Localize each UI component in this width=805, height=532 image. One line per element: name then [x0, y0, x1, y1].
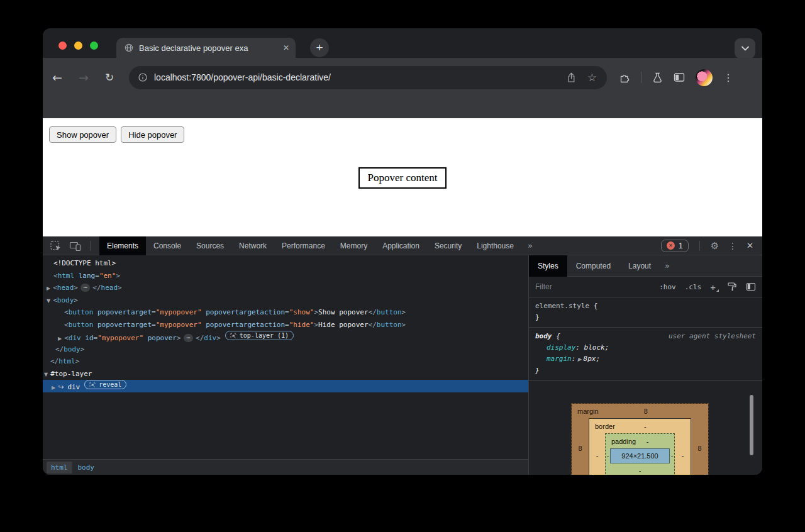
- tab-search-chevron-button[interactable]: [735, 38, 755, 58]
- code-token: =: [152, 321, 156, 329]
- collapsed-content-ellipsis[interactable]: ⋯: [184, 334, 193, 342]
- collapsed-content-ellipsis[interactable]: ⋯: [80, 284, 90, 292]
- settings-gear-icon[interactable]: ⚙: [711, 240, 719, 252]
- box-model-margin-left[interactable]: 8: [572, 445, 589, 452]
- breadcrumb-html[interactable]: html: [47, 462, 72, 474]
- box-model-padding-right[interactable]: -: [670, 452, 674, 460]
- new-style-rule-button[interactable]: +: [710, 282, 718, 292]
- box-model-padding-bottom[interactable]: -: [606, 463, 674, 475]
- window-controls: [58, 42, 98, 50]
- box-model-diagram[interactable]: margin 8 8 border -: [572, 404, 762, 475]
- breadcrumb-body[interactable]: body: [74, 462, 99, 474]
- devtools-tab-memory[interactable]: Memory: [333, 236, 375, 255]
- code-token: button: [377, 321, 402, 329]
- extensions-puzzle-icon[interactable]: [619, 72, 630, 83]
- address-bar[interactable]: localhost:7800/popover-api/basic-declara…: [129, 66, 607, 89]
- collapsed-arrow-icon[interactable]: ▶: [47, 285, 50, 291]
- code-token: >: [177, 334, 181, 342]
- share-icon[interactable]: [567, 72, 576, 83]
- devtools-close-icon[interactable]: ✕: [747, 241, 753, 250]
- box-model-margin-top[interactable]: 8: [591, 407, 701, 415]
- box-model-content-size[interactable]: 924×21.500: [610, 448, 670, 463]
- box-model-margin-right[interactable]: 8: [691, 445, 708, 452]
- more-tabs-icon[interactable]: »: [521, 241, 539, 250]
- inspect-element-icon[interactable]: [50, 241, 62, 251]
- css-property-separator: :: [575, 343, 580, 352]
- element-classes-toggle[interactable]: .cls: [685, 283, 702, 291]
- box-model-padding-left[interactable]: -: [606, 452, 610, 460]
- rule-properties: display: block;margin:▶8px;: [535, 342, 756, 365]
- back-button[interactable]: ←: [50, 70, 65, 84]
- sidebar-tab-computed[interactable]: Computed: [567, 255, 619, 277]
- site-info-icon[interactable]: [138, 72, 148, 82]
- code-token: </: [55, 345, 64, 353]
- error-count-badge[interactable]: ✕ 1: [661, 240, 689, 252]
- minimize-window-button[interactable]: [74, 42, 82, 50]
- element-style-section[interactable]: element.style { }: [529, 297, 762, 328]
- tab-close-icon[interactable]: ✕: [283, 43, 289, 52]
- bookmark-star-icon[interactable]: ☆: [587, 71, 597, 84]
- code-token: <: [53, 296, 57, 304]
- expanded-arrow-icon[interactable]: ▼: [44, 372, 48, 377]
- hide-popover-button[interactable]: Hide popover: [121, 126, 184, 143]
- device-toolbar-icon[interactable]: [69, 241, 81, 251]
- computed-panel-toggle-icon[interactable]: [746, 282, 756, 291]
- close-window-button[interactable]: [58, 42, 67, 50]
- box-model-border-left[interactable]: -: [589, 452, 605, 459]
- pseudo-state-toggle[interactable]: :hov: [659, 283, 676, 291]
- maximize-window-button[interactable]: [90, 42, 98, 50]
- dom-tree-row[interactable]: ▶<head>⋯</head>: [43, 282, 528, 294]
- adorner-badge-icon: [89, 382, 96, 388]
- devtools-menu-kebab-icon[interactable]: ⋮: [728, 241, 737, 251]
- devtools-tab-elements[interactable]: Elements: [99, 236, 146, 255]
- show-popover-button[interactable]: Show popover: [49, 126, 116, 143]
- box-model-border-right[interactable]: -: [675, 452, 691, 459]
- expanded-arrow-icon[interactable]: ▼: [47, 298, 50, 304]
- side-panel-icon[interactable]: [674, 72, 685, 82]
- rendering-emulation-icon[interactable]: [727, 282, 737, 292]
- sidebar-tab-layout[interactable]: Layout: [619, 255, 660, 277]
- devtools-tab-lighthouse[interactable]: Lighthouse: [469, 236, 521, 255]
- devtools-tab-application[interactable]: Application: [375, 236, 427, 255]
- user-agent-rule-section[interactable]: body { user agent stylesheet display: bl…: [529, 328, 762, 381]
- reload-button[interactable]: ↻: [102, 71, 117, 84]
- dom-tree-row[interactable]: ▶↪divreveal: [43, 380, 528, 392]
- adorner-badge-icon: [230, 333, 236, 339]
- devtools-tab-security[interactable]: Security: [427, 236, 469, 255]
- new-tab-button[interactable]: +: [310, 38, 329, 57]
- code-token: >: [75, 357, 80, 365]
- devtools-tab-sources[interactable]: Sources: [189, 236, 231, 255]
- dom-tree-row[interactable]: ▶<div id="mypopover" popover>⋯</div>top-…: [43, 331, 528, 343]
- url-text[interactable]: localhost:7800/popover-api/basic-declara…: [154, 72, 560, 82]
- code-token: body: [57, 296, 74, 304]
- adorner-badge[interactable]: reveal: [84, 380, 126, 389]
- profile-avatar[interactable]: [696, 69, 713, 86]
- devtools-tab-performance[interactable]: Performance: [274, 236, 333, 255]
- dom-tree-row[interactable]: </body>: [43, 343, 528, 356]
- devtools-tab-network[interactable]: Network: [231, 236, 274, 255]
- collapsed-arrow-icon[interactable]: ▶: [52, 385, 55, 391]
- dom-tree-row[interactable]: ▼<body>: [43, 294, 528, 307]
- experiments-flask-icon[interactable]: [652, 72, 663, 83]
- box-model-padding-top[interactable]: -: [628, 438, 667, 445]
- sidebar-scrollbar[interactable]: [750, 395, 753, 455]
- sidebar-more-tabs-icon[interactable]: »: [660, 261, 675, 270]
- code-token: <: [53, 284, 57, 292]
- dom-tree-row[interactable]: <!DOCTYPE html>: [43, 257, 528, 270]
- sidebar-tab-styles[interactable]: Styles: [529, 255, 567, 277]
- browser-menu-kebab-icon[interactable]: ⋮: [723, 72, 733, 84]
- styles-filter-input[interactable]: Filter: [535, 282, 659, 291]
- code-token: >: [74, 284, 78, 292]
- browser-tab[interactable]: Basic declarative popover exa ✕: [116, 38, 296, 58]
- devtools-tab-console[interactable]: Console: [146, 236, 189, 255]
- adorner-badge[interactable]: top-layer (1): [225, 331, 294, 340]
- toolbar-divider: [641, 72, 641, 83]
- dom-tree-row[interactable]: </html>: [43, 355, 528, 368]
- expand-property-arrow-icon[interactable]: ▶: [575, 357, 583, 362]
- css-property[interactable]: margin:▶8px;: [535, 353, 756, 365]
- css-property[interactable]: display: block;: [535, 342, 756, 353]
- dom-tree-row[interactable]: <html lang="en">: [43, 270, 528, 282]
- dom-tree-row[interactable]: <button popovertarget="mypopover" popove…: [43, 306, 528, 319]
- collapsed-arrow-icon[interactable]: ▶: [58, 336, 62, 341]
- box-model-border-top[interactable]: -: [608, 423, 683, 430]
